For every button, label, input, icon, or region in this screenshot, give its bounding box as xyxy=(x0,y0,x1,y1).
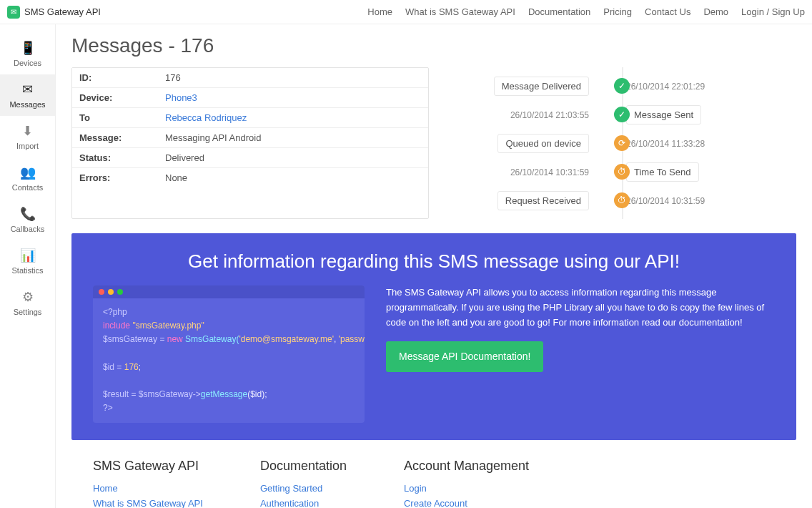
top-nav-links: Home What is SMS Gateway API Documentati… xyxy=(367,6,805,17)
timeline-pill-delivered: Message Delivered xyxy=(494,77,589,96)
brand-text: SMS Gateway API xyxy=(24,6,101,17)
timeline-row: 26/10/2014 21:03:55 ✓ Message Sent xyxy=(447,100,796,129)
nav-contact-us[interactable]: Contact Us xyxy=(645,6,690,17)
code-body: <?php include "smsGateway.php" $smsGatew… xyxy=(93,298,365,423)
footer-link[interactable]: Authentication xyxy=(260,496,347,509)
detail-value-device-link[interactable]: Phone3 xyxy=(158,88,428,107)
footer-columns: SMS Gateway API Home What is SMS Gateway… xyxy=(71,440,796,509)
detail-value-message: Messaging API Android xyxy=(158,128,428,147)
timeline-pill-received: Request Received xyxy=(497,191,589,210)
page-title: Messages - 176 xyxy=(71,34,796,57)
detail-value-status: Delivered xyxy=(158,148,428,167)
timeline-timestamp: 26/10/2014 10:31:59 xyxy=(510,167,589,177)
chart-icon: 📊 xyxy=(20,248,36,263)
message-details-table: ID: 176 Device: Phone3 To Rebecca Rodriq… xyxy=(71,67,429,219)
detail-section: ID: 176 Device: Phone3 To Rebecca Rodriq… xyxy=(71,67,796,219)
sidebar-item-label: Callbacks xyxy=(11,225,45,233)
detail-key: Device: xyxy=(72,88,158,107)
sidebar-item-label: Contacts xyxy=(12,183,43,192)
detail-value-to-link[interactable]: Rebecca Rodriquez xyxy=(158,108,428,127)
sidebar-item-import[interactable]: ⬇ Import xyxy=(0,116,55,157)
api-hero-banner: Get information regarding this SMS messa… xyxy=(71,233,796,440)
detail-key: Status: xyxy=(72,148,158,167)
content-area: Messages - 176 ID: 176 Device: Phone3 To… xyxy=(56,24,812,508)
sidebar-item-label: Devices xyxy=(14,59,41,67)
brand[interactable]: ✉ SMS Gateway API xyxy=(7,6,101,19)
timeline-row: Request Received ⏱ 26/10/2014 10:31:59 xyxy=(447,186,796,215)
timeline-timestamp: 26/10/2014 10:31:59 xyxy=(626,196,705,206)
sidebar-item-callbacks[interactable]: 📞 Callbacks xyxy=(0,199,55,240)
footer-col-account: Account Management Login Create Account … xyxy=(404,459,529,509)
sidebar-item-contacts[interactable]: 👥 Contacts xyxy=(0,157,55,199)
clock-icon: ⏱ xyxy=(614,192,630,208)
hero-cta-button[interactable]: Message API Documentation! xyxy=(386,341,543,371)
sidebar-item-settings[interactable]: ⚙ Settings xyxy=(0,282,55,323)
timeline-timestamp: 26/10/2014 22:01:29 xyxy=(626,82,705,92)
users-icon: 👥 xyxy=(20,165,36,180)
detail-key: ID: xyxy=(72,68,158,87)
sidebar: 📱 Devices ✉ Messages ⬇ Import 👥 Contacts… xyxy=(0,24,56,508)
footer-col-title: Account Management xyxy=(404,459,529,474)
hero-text: The SMS Gateway API allows you to access… xyxy=(386,285,775,423)
callback-icon: 📞 xyxy=(20,206,36,222)
sidebar-item-label: Statistics xyxy=(11,266,43,275)
timeline-row: Message Delivered ✓ 26/10/2014 22:01:29 xyxy=(447,72,796,100)
hero-heading: Get information regarding this SMS messa… xyxy=(93,250,775,273)
nav-what-is[interactable]: What is SMS Gateway API xyxy=(405,6,515,17)
window-close-icon xyxy=(99,289,104,295)
footer-col-sms-gateway: SMS Gateway API Home What is SMS Gateway… xyxy=(93,459,203,509)
timeline-pill-queued: Queued on device xyxy=(497,134,589,153)
footer-link[interactable]: Create Account xyxy=(404,496,529,509)
window-max-icon xyxy=(117,289,123,295)
footer-link[interactable]: Home xyxy=(93,481,203,496)
phone-icon: 📱 xyxy=(20,40,36,56)
status-timeline: Message Delivered ✓ 26/10/2014 22:01:29 … xyxy=(447,67,796,219)
detail-key: To xyxy=(72,108,158,127)
footer-link[interactable]: Getting Started xyxy=(260,481,347,496)
check-icon: ✓ xyxy=(614,107,630,122)
hero-body-text: The SMS Gateway API allows you to access… xyxy=(386,285,775,330)
timeline-row: Queued on device ⟳ 26/10/2014 11:33:28 xyxy=(447,129,796,157)
clock-icon: ⏱ xyxy=(614,164,630,180)
sidebar-item-label: Import xyxy=(16,142,39,150)
detail-row-device: Device: Phone3 xyxy=(72,88,428,108)
detail-row-to: To Rebecca Rodriquez xyxy=(72,108,428,128)
sidebar-item-devices[interactable]: 📱 Devices xyxy=(0,33,55,74)
footer-col-documentation: Documentation Getting Started Authentica… xyxy=(260,459,347,509)
code-snippet-card: <?php include "smsGateway.php" $smsGatew… xyxy=(93,285,365,423)
timeline-timestamp: 26/10/2014 11:33:28 xyxy=(626,139,705,149)
sidebar-item-label: Messages xyxy=(9,100,45,109)
detail-value-id: 176 xyxy=(158,68,428,87)
code-titlebar xyxy=(93,285,365,298)
detail-row-id: ID: 176 xyxy=(72,68,428,88)
nav-login-signup[interactable]: Login / Sign Up xyxy=(741,6,805,17)
nav-home[interactable]: Home xyxy=(367,6,392,17)
footer-col-title: Documentation xyxy=(260,459,347,474)
sidebar-item-label: Settings xyxy=(14,308,42,316)
check-icon: ✓ xyxy=(614,78,630,94)
detail-row-status: Status: Delivered xyxy=(72,148,428,168)
timeline-timestamp: 26/10/2014 21:03:55 xyxy=(510,110,589,120)
detail-row-message: Message: Messaging API Android xyxy=(72,128,428,148)
nav-pricing[interactable]: Pricing xyxy=(603,6,632,17)
footer-link[interactable]: Login xyxy=(404,481,529,496)
detail-key: Errors: xyxy=(72,168,158,187)
detail-row-errors: Errors: None xyxy=(72,168,428,187)
download-icon: ⬇ xyxy=(22,123,33,139)
brand-icon: ✉ xyxy=(7,6,20,19)
envelope-icon: ✉ xyxy=(22,82,33,97)
refresh-icon: ⟳ xyxy=(614,135,630,151)
timeline-pill-sent: Message Sent xyxy=(626,105,701,124)
detail-value-errors: None xyxy=(158,168,428,187)
timeline-pill-time-to-send: Time To Send xyxy=(626,162,699,182)
nav-documentation[interactable]: Documentation xyxy=(528,6,590,17)
window-min-icon xyxy=(108,289,114,295)
footer-col-title: SMS Gateway API xyxy=(93,459,203,474)
timeline-row: 26/10/2014 10:31:59 ⏱ Time To Send xyxy=(447,157,796,186)
nav-demo[interactable]: Demo xyxy=(703,6,728,17)
detail-key: Message: xyxy=(72,128,158,147)
sidebar-item-messages[interactable]: ✉ Messages xyxy=(0,74,55,116)
gear-icon: ⚙ xyxy=(22,289,34,305)
footer-link[interactable]: What is SMS Gateway API xyxy=(93,496,203,509)
sidebar-item-statistics[interactable]: 📊 Statistics xyxy=(0,240,55,282)
